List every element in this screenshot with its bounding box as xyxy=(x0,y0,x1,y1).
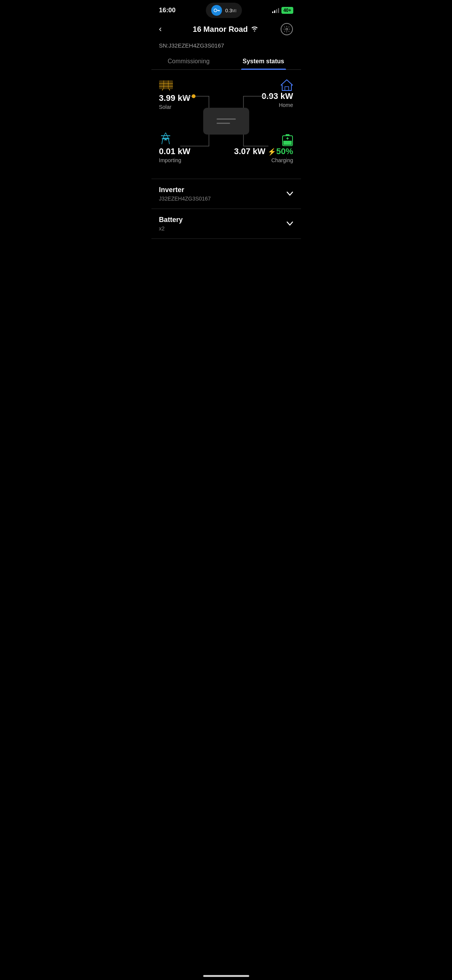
tab-system-status[interactable]: System status xyxy=(226,53,301,69)
status-center: 0.3MI xyxy=(206,3,242,18)
inverter-name: Inverter xyxy=(159,186,211,194)
battery-chevron-icon xyxy=(286,220,293,228)
battery-device-info: Battery x2 xyxy=(159,216,183,232)
header-title-wrap: 16 Manor Road xyxy=(193,25,258,34)
page-title: 16 Manor Road xyxy=(193,25,248,34)
battery-item[interactable]: Battery x2 xyxy=(151,209,301,239)
status-right: 40+ xyxy=(272,7,293,14)
status-bar: 16:00 0.3MI 40+ xyxy=(151,0,301,19)
inverter-center-box xyxy=(203,108,249,135)
inverter-chevron-icon xyxy=(286,190,293,198)
svg-point-5 xyxy=(286,28,288,30)
inverter-serial: J32EZEH4ZG3S0167 xyxy=(159,196,211,202)
data-usage: 0.3MI xyxy=(225,8,236,13)
battery-device-serial: x2 xyxy=(159,225,183,232)
svg-point-0 xyxy=(214,9,217,12)
inv-line-2 xyxy=(217,123,230,124)
inv-line-1 xyxy=(217,118,236,120)
serial-number: SN:J32EZEH4ZG3S0167 xyxy=(151,41,301,53)
inverter-info: Inverter J32EZEH4ZG3S0167 xyxy=(159,186,211,202)
tab-commissioning[interactable]: Commissioning xyxy=(151,53,226,69)
back-button[interactable]: ‹ xyxy=(159,24,171,34)
wifi-icon xyxy=(251,25,258,33)
flow-diagram: 3.99 kW Solar 0.93 kW Home xyxy=(159,79,293,163)
svg-point-6 xyxy=(192,94,196,98)
header: ‹ 16 Manor Road xyxy=(151,19,301,41)
battery-device-name: Battery xyxy=(159,216,183,224)
inverter-lines xyxy=(217,118,236,124)
signal-bars xyxy=(272,8,279,13)
tabs: Commissioning System status xyxy=(151,53,301,70)
status-time: 16:00 xyxy=(159,7,176,14)
svg-point-4 xyxy=(254,31,255,31)
inverter-item[interactable]: Inverter J32EZEH4ZG3S0167 xyxy=(151,179,301,209)
energy-section: 3.99 kW Solar 0.93 kW Home xyxy=(151,70,301,175)
battery-indicator: 40+ xyxy=(281,7,293,14)
device-list: Inverter J32EZEH4ZG3S0167 Battery x2 xyxy=(151,179,301,239)
key-icon xyxy=(211,5,222,16)
settings-button[interactable] xyxy=(281,23,293,35)
